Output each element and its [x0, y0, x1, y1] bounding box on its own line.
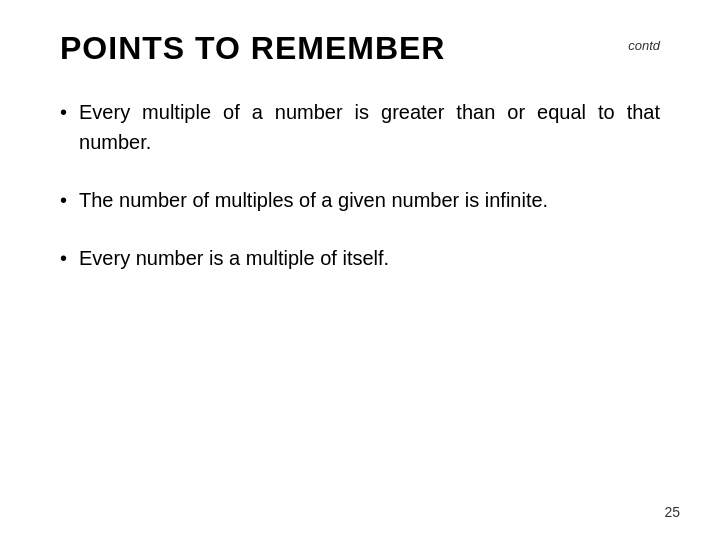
list-item: • The number of multiples of a given num…	[60, 185, 660, 215]
bullet-dot: •	[60, 185, 67, 215]
bullet-text: Every multiple of a number is greater th…	[79, 97, 660, 157]
page-container: POINTS TO REMEMBER contd • Every multipl…	[0, 0, 720, 540]
list-item: • Every multiple of a number is greater …	[60, 97, 660, 157]
bullet-text: The number of multiples of a given numbe…	[79, 185, 548, 215]
bullet-dot: •	[60, 97, 67, 127]
content-area: • Every multiple of a number is greater …	[60, 97, 660, 273]
bullet-text: Every number is a multiple of itself.	[79, 243, 389, 273]
header-area: POINTS TO REMEMBER contd	[60, 30, 660, 67]
contd-label: contd	[628, 38, 660, 53]
bullet-dot: •	[60, 243, 67, 273]
list-item: • Every number is a multiple of itself.	[60, 243, 660, 273]
page-title: POINTS TO REMEMBER	[60, 30, 445, 67]
page-number: 25	[664, 504, 680, 520]
